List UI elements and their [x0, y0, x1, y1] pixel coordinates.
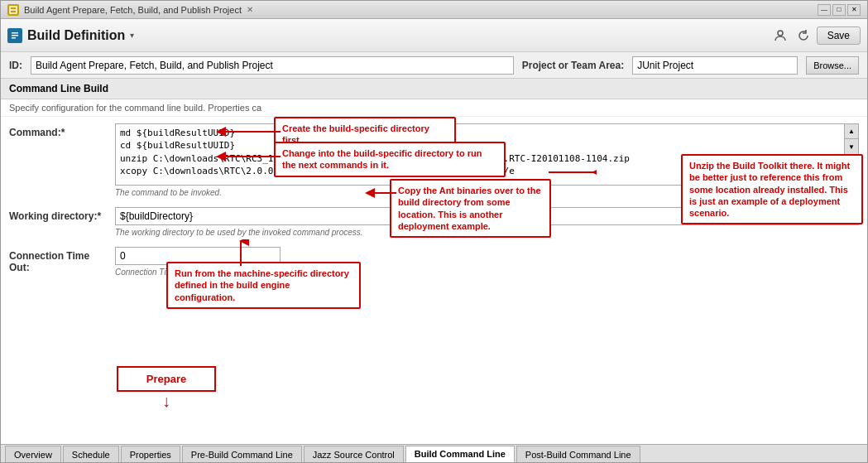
command-input-area: md ${buildResultUUID} cd ${buildResultUU… [115, 123, 859, 197]
working-dir-row: Working directory:* The working director… [9, 207, 859, 237]
timeout-input[interactable] [115, 247, 281, 265]
tab-schedule[interactable]: Schedule [63, 446, 119, 462]
tab-jazz-source-control[interactable]: Jazz Source Control [304, 446, 404, 462]
toolbar-right: Save [770, 26, 861, 46]
scroll-up-button[interactable]: ▲ [845, 124, 858, 139]
section-desc: Specify configuration for the command li… [1, 99, 867, 117]
tab-properties[interactable]: Properties [121, 446, 180, 462]
build-definition-icon [7, 28, 22, 43]
save-button[interactable]: Save [817, 27, 861, 45]
close-button[interactable]: ✕ [847, 4, 861, 16]
page-title: Build Definition [27, 28, 125, 43]
scroll-down-button[interactable]: ▼ [845, 139, 858, 154]
refresh-icon-button[interactable] [794, 26, 813, 46]
id-row: ID: Project or Team Area: Browse... [1, 52, 867, 79]
title-bar: Build Agent Prepare, Fetch, Build, and P… [1, 1, 867, 19]
prepare-button[interactable]: Prepare [117, 366, 216, 392]
svg-rect-5 [12, 37, 16, 39]
svg-rect-4 [12, 35, 18, 36]
main-window: Build Agent Prepare, Fetch, Build, and P… [0, 0, 868, 463]
timeout-hint: Connection Time Out in seconds. [115, 268, 859, 277]
timeout-input-area: Connection Time Out in seconds. [115, 247, 859, 277]
main-content: Command Line Build Specify configuration… [1, 79, 867, 444]
working-dir-input-area: The working directory to be used by the … [115, 207, 859, 237]
svg-point-6 [778, 31, 783, 36]
person-icon-button[interactable] [770, 26, 790, 46]
window-controls: — □ ✕ [818, 4, 861, 16]
project-input[interactable] [632, 56, 798, 75]
working-dir-input[interactable] [115, 207, 859, 225]
tab-overview[interactable]: Overview [5, 446, 61, 462]
tab-build-command-line[interactable]: Build Command Line [405, 446, 515, 462]
command-label: Command:* [9, 123, 108, 138]
working-dir-label: Working directory:* [9, 207, 108, 222]
working-dir-hint: The working directory to be used by the … [115, 228, 859, 237]
tab-post-build-command-line[interactable]: Post-Build Command Line [516, 446, 640, 462]
section-header: Command Line Build [1, 79, 867, 99]
toolbar-left: Build Definition ▾ [7, 28, 134, 43]
command-row: Command:* md ${buildResultUUID} cd ${bui… [9, 123, 859, 197]
prepare-arrow: ↓ [117, 392, 216, 411]
command-textarea-wrapper: md ${buildResultUUID} cd ${buildResultUU… [115, 123, 859, 186]
title-bar-left: Build Agent Prepare, Fetch, Build, and P… [7, 4, 253, 16]
close-tab-icon[interactable]: ✕ [247, 5, 253, 14]
command-textarea[interactable]: md ${buildResultUUID} cd ${buildResultUU… [115, 123, 845, 186]
form-area: Command:* md ${buildResultUUID} cd ${bui… [1, 117, 867, 444]
timeout-row: Connection Time Out: Connection Time Out… [9, 247, 859, 277]
timeout-label: Connection Time Out: [9, 247, 108, 273]
id-input[interactable] [31, 56, 514, 75]
prepare-area: Prepare ↓ [117, 366, 216, 411]
window-title: Build Agent Prepare, Fetch, Build, and P… [24, 5, 242, 15]
command-hint: The command to be invoked. [115, 188, 859, 197]
window-icon [7, 4, 19, 16]
minimize-button[interactable]: — [818, 4, 831, 16]
toolbar: Build Definition ▾ Save [1, 19, 867, 52]
svg-rect-3 [12, 32, 18, 34]
browse-button[interactable]: Browse... [806, 56, 859, 75]
maximize-button[interactable]: □ [832, 4, 846, 16]
title-dropdown-arrow[interactable]: ▾ [130, 31, 134, 40]
tab-bar: OverviewSchedulePropertiesPre-Build Comm… [1, 444, 867, 462]
tab-pre-build-command-line[interactable]: Pre-Build Command Line [182, 446, 302, 462]
command-scrollbar[interactable]: ▲ ▼ [845, 123, 859, 186]
id-label: ID: [9, 60, 22, 71]
project-label: Project or Team Area: [522, 60, 624, 71]
